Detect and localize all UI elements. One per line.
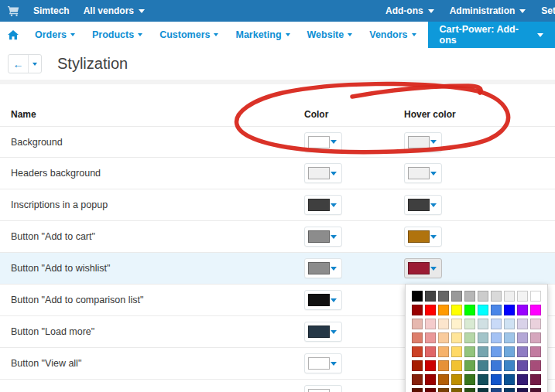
palette-color[interactable] xyxy=(491,346,502,357)
color-swatch-dropdown-color-6[interactable] xyxy=(304,322,342,342)
palette-color[interactable] xyxy=(517,332,528,343)
palette-color[interactable] xyxy=(438,388,449,392)
palette-color[interactable] xyxy=(517,360,528,371)
tab-cart-power-addons[interactable]: Cart-Power: Add-ons xyxy=(428,22,555,48)
palette-color[interactable] xyxy=(478,332,488,343)
palette-color[interactable] xyxy=(412,319,423,329)
palette-color[interactable] xyxy=(504,388,515,392)
palette-color[interactable] xyxy=(451,305,462,315)
palette-color[interactable] xyxy=(412,291,423,302)
palette-color[interactable] xyxy=(517,305,528,315)
topbar-item-add-ons[interactable]: Add-ons xyxy=(385,5,434,16)
palette-color[interactable] xyxy=(530,346,541,357)
nav-item-website[interactable]: Website xyxy=(299,22,361,48)
palette-color[interactable] xyxy=(438,291,449,302)
color-swatch-dropdown-color-5[interactable] xyxy=(304,290,342,310)
palette-color[interactable] xyxy=(478,388,488,392)
palette-color[interactable] xyxy=(504,374,515,385)
palette-color[interactable] xyxy=(478,346,488,357)
palette-color[interactable] xyxy=(478,291,488,302)
topbar-item-settings[interactable]: Settings xyxy=(541,5,555,16)
palette-color[interactable] xyxy=(425,332,436,343)
palette-color[interactable] xyxy=(517,319,528,329)
store-selector[interactable]: All vendors xyxy=(84,5,145,16)
palette-color[interactable] xyxy=(464,374,475,385)
color-swatch-dropdown-color-8[interactable] xyxy=(304,385,342,392)
color-swatch-dropdown-hover-4[interactable] xyxy=(404,258,442,278)
nav-item-products[interactable]: Products xyxy=(84,22,151,48)
palette-color[interactable] xyxy=(425,291,436,302)
palette-color[interactable] xyxy=(530,360,541,371)
palette-color[interactable] xyxy=(517,374,528,385)
palette-color[interactable] xyxy=(412,374,423,385)
palette-color[interactable] xyxy=(530,374,541,385)
brand-name[interactable]: Simtech xyxy=(33,5,70,16)
palette-color[interactable] xyxy=(464,332,475,343)
palette-color[interactable] xyxy=(491,332,502,343)
palette-color[interactable] xyxy=(425,319,436,329)
nav-item-customers[interactable]: Customers xyxy=(151,22,227,48)
palette-color[interactable] xyxy=(438,319,449,329)
nav-item-vendors[interactable]: Vendors xyxy=(361,22,424,48)
palette-color[interactable] xyxy=(425,360,436,371)
palette-color[interactable] xyxy=(464,319,475,329)
color-swatch-dropdown-color-3[interactable] xyxy=(304,227,342,247)
palette-color[interactable] xyxy=(464,305,475,315)
palette-color[interactable] xyxy=(530,388,541,392)
nav-item-orders[interactable]: Orders xyxy=(26,22,84,48)
palette-color[interactable] xyxy=(425,374,436,385)
palette-color[interactable] xyxy=(438,346,449,357)
palette-color[interactable] xyxy=(425,305,436,315)
palette-color[interactable] xyxy=(491,319,502,329)
palette-color[interactable] xyxy=(530,305,541,315)
palette-color[interactable] xyxy=(451,388,462,392)
palette-color[interactable] xyxy=(451,360,462,371)
palette-color[interactable] xyxy=(530,319,541,329)
palette-color[interactable] xyxy=(438,332,449,343)
palette-color[interactable] xyxy=(438,305,449,315)
palette-color[interactable] xyxy=(478,360,488,371)
color-swatch-dropdown-hover-0[interactable] xyxy=(404,132,442,152)
palette-color[interactable] xyxy=(451,319,462,329)
palette-color[interactable] xyxy=(412,388,423,392)
palette-color[interactable] xyxy=(451,291,462,302)
palette-color[interactable] xyxy=(517,388,528,392)
palette-color[interactable] xyxy=(491,291,502,302)
palette-color[interactable] xyxy=(530,332,541,343)
palette-color[interactable] xyxy=(491,305,502,315)
palette-color[interactable] xyxy=(464,388,475,392)
palette-color[interactable] xyxy=(517,346,528,357)
color-swatch-dropdown-color-0[interactable] xyxy=(304,132,342,152)
palette-color[interactable] xyxy=(504,346,515,357)
palette-color[interactable] xyxy=(464,360,475,371)
home-icon[interactable] xyxy=(0,22,26,48)
palette-color[interactable] xyxy=(504,305,515,315)
palette-color[interactable] xyxy=(412,346,423,357)
palette-color[interactable] xyxy=(517,291,528,302)
palette-color[interactable] xyxy=(491,388,502,392)
nav-item-marketing[interactable]: Marketing xyxy=(227,22,298,48)
color-swatch-dropdown-hover-1[interactable] xyxy=(404,163,442,183)
palette-color[interactable] xyxy=(451,346,462,357)
back-button[interactable]: ← xyxy=(9,55,29,73)
palette-color[interactable] xyxy=(451,374,462,385)
palette-color[interactable] xyxy=(478,319,488,329)
palette-color[interactable] xyxy=(464,346,475,357)
palette-color[interactable] xyxy=(478,305,488,315)
palette-color[interactable] xyxy=(438,374,449,385)
palette-color[interactable] xyxy=(504,360,515,371)
palette-color[interactable] xyxy=(504,332,515,343)
palette-color[interactable] xyxy=(504,291,515,302)
color-swatch-dropdown-color-4[interactable] xyxy=(304,258,342,278)
palette-color[interactable] xyxy=(425,346,436,357)
palette-color[interactable] xyxy=(412,360,423,371)
color-swatch-dropdown-color-7[interactable] xyxy=(304,353,342,373)
palette-color[interactable] xyxy=(425,388,436,392)
topbar-item-administration[interactable]: Administration xyxy=(450,5,526,16)
color-swatch-dropdown-hover-2[interactable] xyxy=(404,195,442,215)
palette-color[interactable] xyxy=(491,374,502,385)
palette-color[interactable] xyxy=(504,319,515,329)
palette-color[interactable] xyxy=(464,291,475,302)
color-swatch-dropdown-hover-3[interactable] xyxy=(404,227,442,247)
back-dropdown-button[interactable] xyxy=(29,55,41,73)
